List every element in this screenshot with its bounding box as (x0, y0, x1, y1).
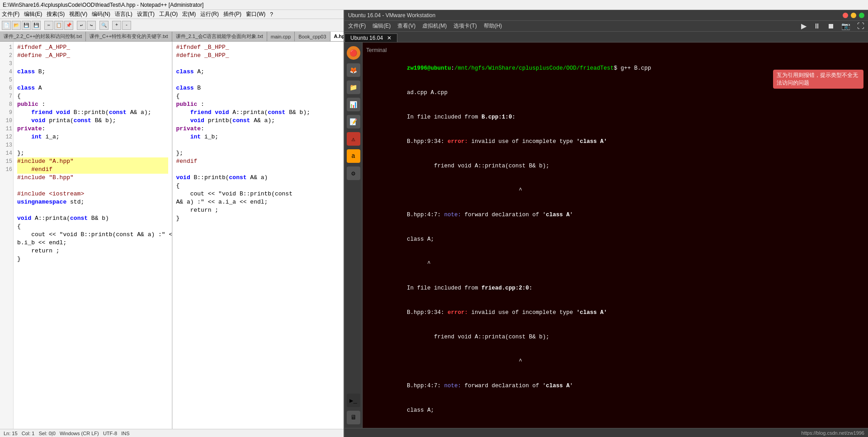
menu-language[interactable]: 语言(L) (115, 10, 132, 18)
vmware-window-title: Ubuntu 16.04 - VMware Workstation (348, 12, 435, 19)
right-code-content[interactable]: #ifndef _B_HPP_ #define _B_HPP_ class A;… (172, 42, 344, 429)
vmware-menu-file[interactable]: 文件(F) (348, 22, 366, 30)
terminal-line-12: B.hpp:4:7: note: forward declaration of … (366, 374, 864, 398)
vmware-menu-edit[interactable]: 编辑(E) (373, 22, 391, 30)
notepad-menubar: 文件(F) 编辑(E) 搜索(S) 视图(V) 编码(N) 语言(L) 设置(T… (0, 10, 344, 19)
vmware-window-controls (843, 13, 864, 18)
terminal-line-8: In file included from friead.cpp:2:0: (366, 276, 864, 300)
vmware-icon-settings[interactable]: ⚙ (347, 166, 360, 180)
line-numbers-left: 1 2 3 4 5 6 7 8 9 10 11 12 13 14 (0, 42, 14, 429)
vmware-close-btn[interactable] (843, 13, 848, 18)
terminal-line-11: ^ (366, 349, 864, 374)
terminal-line-4: ^ (366, 178, 864, 203)
tab-course2[interactable]: 课件_C++特性和有变化的关键字.txt (86, 32, 172, 41)
vmware-toolbar-power[interactable]: ▶ (801, 22, 807, 30)
terminal-line-13: class A; (366, 398, 864, 423)
menu-help[interactable]: ? (270, 11, 273, 18)
terminal-area[interactable]: Terminal zw1996@ubuntu:/mnt/hgfs/WinShar… (363, 43, 868, 428)
vmware-icon-firefox[interactable]: 🦊 (347, 63, 360, 77)
toolbar-redo[interactable]: ↪ (87, 21, 96, 30)
toolbar-open[interactable]: 📂 (12, 21, 21, 30)
vmware-icon-terminal[interactable]: ▶_ (347, 394, 360, 407)
vmware-window: Ubuntu 16.04 - VMware Workstation 文件(F) … (344, 10, 868, 437)
toolbar-undo[interactable]: ↩ (77, 21, 86, 30)
vmware-tabs: Ubuntu 16.04 ✕ (344, 32, 868, 43)
terminal-line-10: friend void A::printa(const B& b); (366, 325, 864, 349)
toolbar-zoom-out[interactable]: - (122, 21, 131, 30)
notepad-window-title: E:\WinShare16.4\cplusplusCode\OOD\friead… (3, 2, 203, 8)
menu-encoding[interactable]: 编码(N) (92, 10, 110, 18)
vmware-title-bar: Ubuntu 16.04 - VMware Workstation (344, 10, 868, 21)
vmware-menu-vm[interactable]: 虚拟机(M) (422, 22, 447, 30)
toolbar-save[interactable]: 💾 (22, 21, 31, 30)
vmware-status-bar: https://blog.csdn.net/zw1996 (344, 428, 868, 437)
vmware-toolbar-snapshot[interactable]: 📷 (841, 22, 850, 30)
menu-view[interactable]: 视图(V) (69, 10, 87, 18)
tab-book[interactable]: Book_cpp03 (295, 32, 330, 41)
vmware-icon-amazon[interactable]: a (347, 149, 360, 163)
vmware-sidebar: 🔴 🦊 📁 📊 📝 ⚠ a ⚙ ▶_ 🖥 (344, 43, 363, 428)
terminal-line-3: friend void A::printa(const B& b); (366, 154, 864, 178)
vm-tab-label: Ubuntu 16.04 (350, 35, 383, 41)
notepad-window: 文件(F) 编辑(E) 搜索(S) 视图(V) 编码(N) 语言(L) 设置(T… (0, 10, 344, 437)
toolbar-new[interactable]: 📄 (2, 21, 11, 30)
terminal-line-14: ^ (366, 423, 864, 428)
notepad-status-bar: Ln: 15 Col: 1 Sel: 0|0 Windows (CR LF) U… (0, 429, 344, 437)
menu-search[interactable]: 搜索(S) (47, 10, 65, 18)
terminal-line-7: ^ (366, 252, 864, 276)
tab-course3[interactable]: 课件_2.1_会C语言就能学会面向对象.txt (172, 32, 267, 41)
vmware-toolbar-pause[interactable]: ⏸ (813, 22, 821, 30)
vmware-icon-spreadsheet[interactable]: 📊 (347, 98, 360, 111)
vm-tab-close[interactable]: ✕ (387, 35, 392, 41)
toolbar-zoom-in[interactable]: + (112, 21, 121, 30)
vmware-icon-alert[interactable]: ⚠ (347, 132, 360, 146)
vmware-icon-writer[interactable]: 📝 (347, 115, 360, 128)
tab-a-hpp[interactable]: A.hpp ✕ (330, 32, 344, 41)
menu-macro[interactable]: 宏(M) (182, 10, 196, 18)
menu-window[interactable]: 窗口(W) (246, 10, 265, 18)
menu-plugins[interactable]: 插件(P) (223, 10, 241, 18)
vmware-menubar: 文件(F) 编辑(E) 查看(V) 虚拟机(M) 选项卡(T) 帮助(H) ▶ … (344, 21, 868, 32)
vm-tab-ubuntu[interactable]: Ubuntu 16.04 ✕ (344, 33, 397, 42)
terminal-line-2: B.hpp:9:34: error: invalid use of incomp… (366, 129, 864, 154)
toolbar-copy[interactable]: 📋 (54, 21, 63, 30)
terminal-line-1: In file included from B.cpp:1:0: (366, 105, 864, 129)
toolbar-saveall[interactable]: 💾 (32, 21, 41, 30)
vmware-min-btn[interactable] (851, 13, 856, 18)
vmware-icon-files[interactable]: 📁 (347, 81, 360, 94)
menu-edit[interactable]: 编辑(E) (24, 10, 42, 18)
toolbar-find[interactable]: 🔍 (99, 21, 108, 30)
status-info: Ln: 15 Col: 1 Sel: 0|0 Windows (CR LF) U… (4, 431, 130, 436)
annotation-text: 互为引用则报错，提示类型不全无法访问的问题 (777, 72, 858, 86)
left-code-panel: 1 2 3 4 5 6 7 8 9 10 11 12 13 14 (0, 42, 172, 429)
notepad-title-bar: E:\WinShare16.4\cplusplusCode\OOD\friead… (0, 0, 868, 10)
terminal-line-6: class A; (366, 227, 864, 252)
terminal-annotation: 互为引用则报错，提示类型不全无法访问的问题 (773, 70, 863, 89)
vmware-icon-vm-settings[interactable]: 🖥 (347, 411, 360, 424)
menu-run[interactable]: 运行(R) (200, 10, 219, 18)
tab-main-cpp[interactable]: main.cpp (267, 32, 295, 41)
tab-course1[interactable]: 课件_2.2_C++的封装和访问控制.txt (0, 32, 86, 41)
vmware-menu-view[interactable]: 查看(V) (397, 22, 415, 30)
vmware-max-btn[interactable] (859, 13, 864, 18)
code-editor-area: 1 2 3 4 5 6 7 8 9 10 11 12 13 14 (0, 42, 344, 429)
vmware-toolbar-fullscreen[interactable]: ⛶ (857, 22, 864, 30)
vmware-content-area: 🔴 🦊 📁 📊 📝 ⚠ a ⚙ ▶_ 🖥 Terminal (344, 43, 868, 428)
toolbar-paste[interactable]: 📌 (64, 21, 73, 30)
vmware-menu-tabs[interactable]: 选项卡(T) (453, 22, 476, 30)
menu-tools[interactable]: 工具(O) (159, 10, 178, 18)
menu-file[interactable]: 文件(F) (2, 10, 19, 18)
terminal-line-9: B.hpp:9:34: error: invalid use of incomp… (366, 300, 864, 325)
right-code-panel: #ifndef _B_HPP_ #define _B_HPP_ class A;… (172, 42, 344, 429)
toolbar-cut[interactable]: ✂ (44, 21, 53, 30)
vmware-toolbar-stop[interactable]: ⏹ (827, 22, 835, 30)
vmware-status-url: https://blog.csdn.net/zw1996 (802, 430, 864, 436)
notepad-tabs: 课件_2.2_C++的封装和访问控制.txt 课件_C++特性和有变化的关键字.… (0, 32, 344, 42)
vmware-icon-home[interactable]: 🔴 (347, 46, 360, 60)
left-code-content[interactable]: #ifndef _A_HPP_ #define _A_HPP_ class B;… (14, 42, 172, 429)
notepad-toolbar: 📄 📂 💾 💾 ✂ 📋 📌 ↩ ↪ 🔍 + - (0, 19, 344, 32)
menu-settings[interactable]: 设置(T) (137, 10, 155, 18)
terminal-line-5: B.hpp:4:7: note: forward declaration of … (366, 203, 864, 227)
terminal-label: Terminal (366, 46, 864, 54)
vmware-menu-help[interactable]: 帮助(H) (484, 22, 502, 30)
